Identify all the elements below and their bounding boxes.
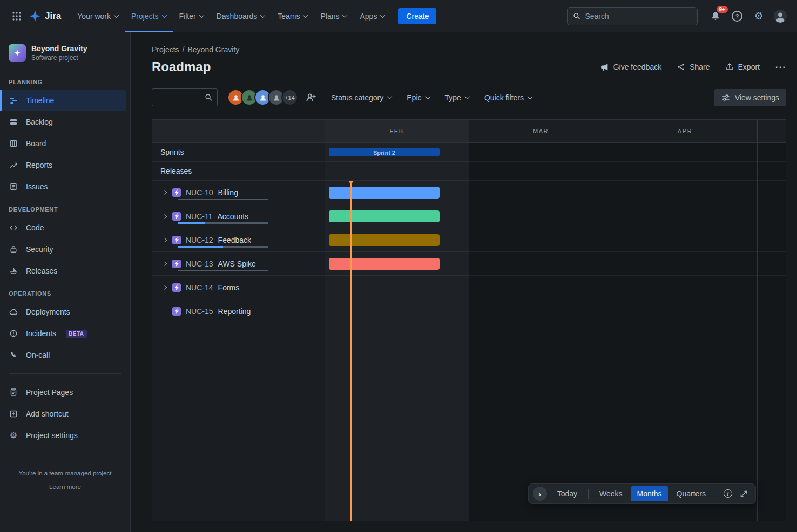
sidebar-item-label: Add shortcut xyxy=(26,410,69,418)
sidebar-item-security[interactable]: Security xyxy=(0,238,126,260)
nav-your-work[interactable]: Your work xyxy=(71,0,125,32)
settings-button[interactable]: ⚙ xyxy=(749,7,768,25)
epic-row-header[interactable]: NUC-14 Forms xyxy=(152,276,325,299)
epic-bar[interactable] xyxy=(329,258,440,270)
today-button[interactable]: Today xyxy=(551,486,584,501)
project-sidebar: Beyond Gravity Software project PLANNING… xyxy=(0,32,131,532)
nav-label: Filter xyxy=(179,12,196,21)
sidebar-item-add-shortcut[interactable]: Add shortcut xyxy=(0,403,126,425)
sidebar-item-reports[interactable]: Reports xyxy=(0,154,126,176)
sidebar-item-on-call[interactable]: On-call xyxy=(0,344,126,366)
epic-icon xyxy=(172,188,181,197)
sidebar-item-backlog[interactable]: Backlog xyxy=(0,111,126,133)
add-people-button[interactable] xyxy=(306,92,316,103)
sidebar-item-deployments[interactable]: Deployments xyxy=(0,301,126,323)
jira-logo-icon xyxy=(29,10,41,22)
epic-key: NUC-11 xyxy=(186,212,213,221)
section-title-development: DEVELOPMENT xyxy=(0,197,130,217)
today-marker xyxy=(350,181,352,521)
sidebar-item-code[interactable]: Code xyxy=(0,217,126,238)
section-title-planning: PLANNING xyxy=(0,70,130,90)
sidebar-item-project-pages[interactable]: Project Pages xyxy=(0,381,126,403)
issues-icon xyxy=(9,182,18,191)
project-avatar xyxy=(9,44,26,62)
sidebar-item-incidents[interactable]: Incidents BETA xyxy=(0,323,126,344)
timeline-search[interactable] xyxy=(152,88,218,106)
nav-label: Dashboards xyxy=(217,12,258,21)
epic-name: Reporting xyxy=(218,307,251,316)
zoom-weeks-button[interactable]: Weeks xyxy=(593,486,629,501)
help-button[interactable]: ? xyxy=(728,7,746,25)
timeline-icon xyxy=(9,96,18,105)
zoom-months-button[interactable]: Months xyxy=(631,486,668,501)
more-actions-button[interactable]: ⋯ xyxy=(775,60,786,73)
epic-progress-fill xyxy=(178,246,223,248)
breadcrumb-project-name[interactable]: Beyond Gravity xyxy=(187,45,239,54)
share-button[interactable]: Share xyxy=(677,63,710,71)
notifications-button[interactable]: 9+ xyxy=(706,7,725,25)
scroll-forward-button[interactable]: › xyxy=(533,487,547,501)
month-header-mar: MAR xyxy=(469,120,613,142)
share-icon xyxy=(677,63,685,71)
sidebar-item-project-settings[interactable]: ⚙ Project settings xyxy=(0,425,126,446)
global-search-input[interactable] xyxy=(585,12,692,21)
nav-apps[interactable]: Apps xyxy=(353,0,391,32)
epic-row-header[interactable]: NUC-15 Reporting xyxy=(152,299,325,323)
sidebar-footer-note: You're in a team-managed project Learn m… xyxy=(0,469,130,491)
sidebar-item-issues[interactable]: Issues xyxy=(0,176,126,197)
profile-button[interactable] xyxy=(771,7,789,25)
epic-row-header[interactable]: NUC-13 AWS Spike xyxy=(152,252,325,275)
epic-dropdown[interactable]: Epic xyxy=(407,93,429,102)
fullscreen-icon xyxy=(740,490,748,498)
learn-more-link[interactable]: Learn more xyxy=(49,482,81,491)
type-dropdown[interactable]: Type xyxy=(445,93,469,102)
nav-teams[interactable]: Teams xyxy=(271,0,314,32)
expand-chevron-icon[interactable] xyxy=(160,262,169,265)
zoom-quarters-button[interactable]: Quarters xyxy=(670,486,712,501)
avatar-icon xyxy=(773,9,787,23)
epic-bar[interactable] xyxy=(329,187,440,199)
nav-projects[interactable]: Projects xyxy=(125,0,173,32)
info-button[interactable]: i xyxy=(721,489,734,498)
nav-dashboards[interactable]: Dashboards xyxy=(210,0,272,32)
expand-chevron-icon[interactable] xyxy=(160,191,169,194)
sidebar-item-releases[interactable]: Releases xyxy=(0,260,126,282)
export-button[interactable]: Export xyxy=(725,63,760,71)
view-settings-button[interactable]: View settings xyxy=(714,89,786,106)
sprint-bar[interactable]: Sprint 2 xyxy=(329,148,440,156)
nav-filter[interactable]: Filter xyxy=(173,0,210,32)
fullscreen-button[interactable] xyxy=(736,486,751,501)
avatar-overflow[interactable]: +14 xyxy=(281,89,298,106)
sidebar-item-label: Project settings xyxy=(26,431,78,440)
epic-bar[interactable] xyxy=(329,234,440,246)
sprint-bar-label: Sprint 2 xyxy=(373,149,395,155)
chevron-down-icon xyxy=(303,12,308,18)
epic-row-header[interactable]: NUC-10 Billing xyxy=(152,181,325,204)
project-header[interactable]: Beyond Gravity Software project xyxy=(0,40,130,70)
chevron-down-icon xyxy=(114,12,119,18)
give-feedback-button[interactable]: Give feedback xyxy=(600,63,662,72)
status-category-dropdown[interactable]: Status category xyxy=(331,93,391,102)
epic-row-header[interactable]: NUC-11 Accounts xyxy=(152,204,325,228)
global-search[interactable] xyxy=(567,7,698,25)
expand-chevron-icon[interactable] xyxy=(160,286,169,289)
sidebar-item-board[interactable]: Board xyxy=(0,133,126,154)
expand-chevron-icon[interactable] xyxy=(160,215,169,218)
cloud-icon xyxy=(9,308,18,316)
add-person-icon xyxy=(306,92,316,103)
sidebar-item-timeline[interactable]: Timeline xyxy=(0,90,126,111)
app-switcher-button[interactable] xyxy=(8,7,26,25)
jira-logo[interactable]: Jira xyxy=(29,10,61,22)
quick-filters-dropdown[interactable]: Quick filters xyxy=(484,93,532,102)
chevron-down-icon xyxy=(528,94,533,99)
breadcrumb-projects[interactable]: Projects xyxy=(152,45,179,54)
timeline-search-input[interactable] xyxy=(157,93,205,101)
expand-chevron-icon[interactable] xyxy=(160,238,169,242)
epic-row-header[interactable]: NUC-12 Feedback xyxy=(152,228,325,251)
create-button[interactable]: Create xyxy=(398,8,436,24)
timeline-chart: FEB MAR APR Sprints Sprint 2 Releases xyxy=(152,119,786,521)
code-icon xyxy=(9,223,18,232)
sliders-icon xyxy=(721,93,730,102)
nav-plans[interactable]: Plans xyxy=(314,0,353,32)
epic-bar[interactable] xyxy=(329,210,440,222)
